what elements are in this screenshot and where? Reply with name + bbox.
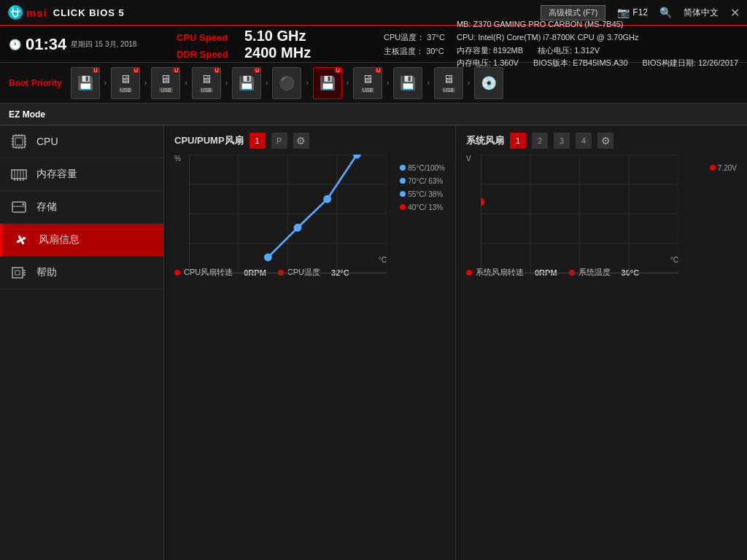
svg-rect-14	[12, 170, 26, 179]
search-button[interactable]: 🔍	[659, 7, 672, 18]
sidebar-storage-label: 存储	[36, 201, 57, 214]
sidebar-fan-label: 风扇信息	[39, 233, 80, 246]
svg-point-52	[264, 253, 272, 261]
boot-device-6[interactable]: ⚫	[272, 67, 301, 99]
boot-device-7[interactable]: 💾 U	[313, 67, 342, 99]
sidebar: CPU 内存容量 存储 风扇信息 帮助	[0, 125, 164, 560]
cpu-chart-y-label: %	[174, 155, 181, 163]
sidebar-item-cpu[interactable]: CPU	[0, 125, 163, 158]
cpu-fan-panel: CPU/PUMP风扇 1 P ⚙ %	[164, 125, 456, 560]
cpu-fan-rpm-dot	[174, 270, 180, 276]
boot-badge-1: U	[93, 68, 99, 73]
boot-arrow-2: ›	[144, 79, 147, 87]
sys-fan-btn-4[interactable]: 4	[576, 133, 592, 149]
sys-fan-gear-btn[interactable]: ⚙	[597, 133, 614, 149]
msi-logo: ⛎ msi	[7, 4, 47, 20]
svg-rect-28	[15, 271, 20, 275]
sys-chart-legend: 7.20V	[710, 162, 737, 175]
datetime-section: 🕐 01:34 星期四 15 3月, 2018	[9, 35, 162, 54]
svg-point-53	[294, 224, 302, 232]
main-area: CPU 内存容量 存储 风扇信息 帮助	[0, 125, 747, 560]
ez-mode-label: EZ Mode	[9, 109, 45, 120]
fan-section: CPU/PUMP风扇 1 P ⚙ %	[164, 125, 747, 560]
cpu-fan-chart-svg: 100 75 50 25 0 0 25 50 75 100	[189, 155, 387, 273]
svg-rect-0	[13, 136, 25, 147]
sys-chart-y-label: V	[466, 155, 471, 163]
sys-fan-chart-svg: 12 9 6 3 0 0 25 50 75 100	[481, 155, 678, 273]
sys-fan-btn-1[interactable]: 1	[510, 133, 526, 149]
boot-device-1[interactable]: 💾 U	[71, 67, 100, 99]
sidebar-item-memory[interactable]: 内存容量	[0, 158, 163, 191]
cpu-info: CPU: Intel(R) Core(TM) i7-8700K CPU @ 3.…	[457, 31, 738, 44]
boot-device-10[interactable]: 🖥 USB	[434, 67, 463, 99]
ez-mode-bar: EZ Mode	[0, 104, 747, 125]
boot-arrow-5: ›	[266, 79, 268, 87]
cpu-speed-row: CPU Speed 5.10 GHz	[177, 28, 372, 44]
boot-priority-label: Boot Priority	[9, 78, 62, 88]
cpu-fan-btn-p[interactable]: P	[271, 133, 287, 149]
boot-arrow-3: ›	[185, 79, 187, 87]
sys-fan-rpm-dot	[466, 270, 472, 276]
content-area: CPU/PUMP风扇 1 P ⚙ %	[164, 125, 747, 560]
sidebar-item-storage[interactable]: 存储	[0, 191, 163, 224]
svg-rect-1	[15, 138, 23, 145]
sys-fan-panel: 系统风扇 1 2 3 4 ⚙ V	[456, 125, 747, 560]
sys-fan-btn-2[interactable]: 2	[532, 133, 548, 149]
cpu-fan-gear-btn[interactable]: ⚙	[293, 133, 309, 149]
boot-device-3[interactable]: 🖥 U USB	[151, 67, 180, 99]
language-button[interactable]: 简体中文	[684, 7, 719, 19]
boot-arrow-9: ›	[427, 79, 429, 87]
close-button[interactable]: ✕	[730, 6, 740, 20]
cpu-icon	[10, 133, 28, 150]
boot-device-5[interactable]: 💾 U	[232, 67, 261, 99]
svg-point-26	[20, 238, 23, 242]
clock-icon: 🕐	[9, 39, 21, 50]
cpu-speed-label: CPU Speed	[177, 32, 239, 43]
boot-arrow-4: ›	[225, 79, 228, 87]
sys-fan-btn-3[interactable]: 3	[554, 133, 570, 149]
sidebar-memory-label: 内存容量	[36, 168, 77, 181]
svg-point-54	[323, 195, 331, 203]
boot-badge-5: U	[254, 68, 260, 73]
boot-device-4[interactable]: 🖥 U USB	[192, 67, 221, 99]
svg-point-25	[23, 203, 25, 206]
info-bar: 🕐 01:34 星期四 15 3月, 2018 CPU Speed 5.10 G…	[0, 26, 747, 63]
bios-title: CLICK BIOS 5	[53, 7, 125, 18]
mb-temp-row: 主板温度： 30°C	[384, 44, 445, 58]
top-bar-left: ⛎ msi CLICK BIOS 5	[7, 4, 125, 20]
sidebar-item-fan[interactable]: 风扇信息	[0, 224, 163, 257]
boot-device-2[interactable]: 🖥 U USB	[111, 67, 140, 99]
sys-fan-chart: V 12 9	[466, 155, 737, 264]
ddr-speed-row: DDR Speed 2400 MHz	[177, 44, 372, 61]
f12-button[interactable]: 📷 F12	[617, 7, 648, 18]
storage-icon	[10, 198, 28, 216]
cpu-chart-legend: 85°C/100% 70°C/ 63% 55°C/ 38% 40°C/ 13%	[400, 162, 445, 214]
speeds-section: CPU Speed 5.10 GHz DDR Speed 2400 MHz	[162, 28, 372, 61]
svg-point-76	[481, 198, 484, 206]
boot-arrow-6: ›	[306, 79, 308, 87]
help-icon	[10, 264, 28, 281]
boot-badge-7: U	[335, 68, 341, 73]
temps-section: CPU温度： 37°C 主板温度： 30°C	[372, 31, 457, 58]
cpu-fan-title: CPU/PUMP风扇	[174, 134, 244, 147]
boot-device-11[interactable]: 💿	[474, 67, 503, 99]
cpu-speed-value: 5.10 GHz	[244, 28, 306, 44]
boot-badge-8: U	[375, 68, 382, 73]
boot-arrow-1: ›	[104, 79, 107, 87]
weekday-date: 星期四 15 3月, 2018	[71, 39, 136, 50]
cpu-fan-header: CPU/PUMP风扇 1 P ⚙	[174, 133, 445, 149]
cpu-temp-row: CPU温度： 37°C	[384, 31, 445, 44]
svg-rect-27	[12, 268, 23, 278]
sys-fan-header: 系统风扇 1 2 3 4 ⚙	[466, 133, 737, 149]
brand-text: msi	[26, 7, 47, 19]
hw-info-row: 内存容量: 8192MB 核心电压: 1.312V	[457, 44, 738, 58]
mb-info: MB: Z370 GAMING PRO CARBON (MS-7B45)	[457, 18, 738, 31]
sidebar-cpu-label: CPU	[36, 136, 58, 147]
ddr-speed-value: 2400 MHz	[244, 44, 311, 61]
memory-icon	[10, 166, 28, 183]
fan-icon	[12, 231, 30, 249]
boot-device-8[interactable]: 🖥 U USB	[353, 67, 382, 99]
boot-device-9[interactable]: 💾	[393, 67, 422, 99]
cpu-fan-btn-1[interactable]: 1	[249, 133, 266, 149]
sidebar-item-help[interactable]: 帮助	[0, 257, 163, 289]
